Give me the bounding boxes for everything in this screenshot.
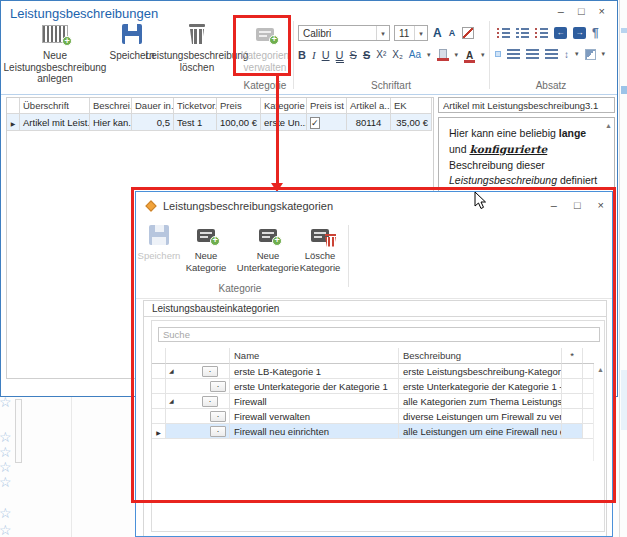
- delete-leistungsbeschreibung-button[interactable]: Leistungsbeschreibung löschen: [158, 21, 236, 73]
- superscript-button[interactable]: X²: [376, 48, 386, 62]
- column-header-kategorie[interactable]: Kategorie: [261, 98, 307, 114]
- decrease-indent-button[interactable]: ←: [554, 27, 567, 39]
- bullet-list-button[interactable]: [497, 28, 510, 39]
- button-label: Neue Leistungsbeschreibung anlegen: [3, 50, 107, 85]
- ribbon-separator: [293, 21, 294, 89]
- cell-ticketvorlage[interactable]: Test 1: [174, 114, 217, 131]
- grow-font-button[interactable]: A: [433, 26, 442, 40]
- multilevel-list-button[interactable]: [535, 28, 548, 39]
- column-header-beschreibung[interactable]: Beschrei...: [90, 98, 132, 114]
- chevron-down-icon: ▾: [602, 50, 606, 58]
- chevron-down-icon: ▾: [427, 51, 431, 59]
- mouse-cursor: [474, 191, 487, 210]
- description-text: Hier kann eine beliebig: [449, 127, 559, 139]
- ribbon-separator: [489, 21, 490, 89]
- align-right-button[interactable]: [526, 49, 539, 59]
- star-icon[interactable]: ☆: [0, 505, 12, 521]
- column-header-ueberschrift[interactable]: Überschrift: [20, 98, 90, 114]
- cell-preis-ist-checkbox[interactable]: ✓: [307, 114, 347, 131]
- star-icon[interactable]: ☆: [0, 459, 12, 475]
- paragraph-marks-button[interactable]: ¶: [592, 26, 599, 40]
- font-color-button[interactable]: A: [464, 50, 475, 61]
- cell-artikel[interactable]: 80114: [347, 114, 391, 131]
- trash-icon: [189, 24, 205, 44]
- cell-beschreibung[interactable]: Hier kan...: [90, 114, 132, 131]
- window-title: Leistungsbeschreibungen: [10, 6, 158, 21]
- row-header-column: [7, 98, 20, 114]
- close-button[interactable]: ×: [599, 5, 605, 17]
- scroll-up-icon[interactable]: ▲: [605, 121, 612, 132]
- background-scrollbar: [15, 399, 22, 463]
- increase-indent-button[interactable]: →: [573, 27, 586, 39]
- ribbon-border: [1, 94, 617, 95]
- cell-preis[interactable]: 100,00 €: [217, 114, 261, 131]
- star-icon[interactable]: ☆: [0, 429, 12, 445]
- description-text: Beschreibung dieser: [449, 159, 545, 171]
- annotation-box-dialog: [131, 187, 616, 503]
- strikethrough-button[interactable]: S: [350, 48, 357, 62]
- cell-kategorie[interactable]: erste Un...: [261, 114, 307, 131]
- align-center-button[interactable]: [507, 49, 520, 59]
- change-case-button[interactable]: Aa: [409, 48, 421, 62]
- description-text-bold: lange: [559, 127, 586, 139]
- background-fragment: [621, 86, 627, 94]
- detail-title-input[interactable]: [438, 97, 615, 113]
- chevron-down-icon: ▾: [575, 50, 579, 58]
- star-icon[interactable]: ☆: [0, 474, 12, 490]
- justify-button[interactable]: [545, 49, 558, 59]
- column-header-ek[interactable]: EK: [391, 98, 432, 114]
- font-size-value: 11: [395, 28, 414, 39]
- floppy-icon: [122, 24, 142, 44]
- annotation-arrow-line: [276, 75, 279, 184]
- star-icon[interactable]: ☆: [0, 522, 12, 537]
- background-fragment: [621, 28, 627, 33]
- font-size-select[interactable]: 11 ▾: [394, 25, 428, 41]
- background-fragment: [621, 370, 627, 430]
- grid-header-row: Überschrift Beschrei... Dauer in... Tick…: [7, 98, 433, 114]
- grid-row[interactable]: ▶ Artikel mit Leist... Hier kan... 0,5 T…: [7, 114, 433, 131]
- column-header-ticketvorlage[interactable]: Ticketvor...: [174, 98, 217, 114]
- cell-ueberschrift[interactable]: Artikel mit Leist...: [20, 114, 90, 131]
- chevron-down-icon: ▾: [414, 26, 427, 40]
- description-text-styled: konfigurierte: [469, 143, 547, 155]
- background-divider: [71, 397, 72, 537]
- group-label-schriftart: Schriftart: [295, 80, 487, 91]
- subscript-button[interactable]: X₂: [392, 48, 403, 62]
- checkbox-checked-icon[interactable]: ✓: [310, 117, 320, 129]
- barcode-icon: [42, 25, 68, 43]
- new-leistungsbeschreibung-button[interactable]: Neue Leistungsbeschreibung anlegen: [3, 21, 107, 85]
- highlight-color-button[interactable]: [437, 49, 449, 61]
- chevron-down-icon: ▾: [376, 26, 389, 40]
- column-header-preis-ist[interactable]: Preis ist i...: [307, 98, 347, 114]
- group-label-kategorie: Kategorie: [237, 80, 293, 91]
- cell-ek[interactable]: 35,00 €: [391, 114, 432, 131]
- align-left-button[interactable]: [495, 51, 501, 57]
- cell-dauer[interactable]: 0,5: [132, 114, 174, 131]
- description-text-italic: Leistungsbeschreibung: [449, 174, 557, 186]
- line-spacing-button[interactable]: ↕: [564, 49, 569, 60]
- chevron-down-icon: ▾: [481, 51, 485, 59]
- row-selector[interactable]: ▶: [7, 114, 20, 131]
- minimize-button[interactable]: –: [558, 5, 564, 17]
- annotation-box-kategorien-button: [233, 15, 291, 76]
- italic-button[interactable]: I: [312, 48, 316, 62]
- double-underline-button[interactable]: U: [336, 48, 344, 63]
- column-header-preis[interactable]: Preis: [217, 98, 261, 114]
- description-text: und: [449, 143, 469, 155]
- underline-button[interactable]: U: [322, 48, 330, 62]
- group-label-absatz: Absatz: [491, 80, 611, 91]
- column-header-dauer[interactable]: Dauer in...: [132, 98, 174, 114]
- numbered-list-button[interactable]: [516, 28, 529, 39]
- row-marker-icon: ▶: [11, 121, 16, 127]
- column-header-artikel[interactable]: Artikel a...: [347, 98, 391, 114]
- shrink-font-button[interactable]: A: [449, 28, 456, 38]
- clear-formatting-button[interactable]: [462, 27, 474, 39]
- double-strikethrough-button[interactable]: S: [363, 48, 370, 62]
- maximize-button[interactable]: □: [578, 5, 585, 17]
- star-icon[interactable]: ☆: [0, 444, 12, 460]
- chevron-down-icon: ▾: [455, 51, 459, 59]
- font-family-value: Calibri: [299, 28, 376, 39]
- shading-button[interactable]: [585, 49, 596, 60]
- font-family-select[interactable]: Calibri ▾: [298, 25, 390, 41]
- bold-button[interactable]: B: [298, 48, 306, 62]
